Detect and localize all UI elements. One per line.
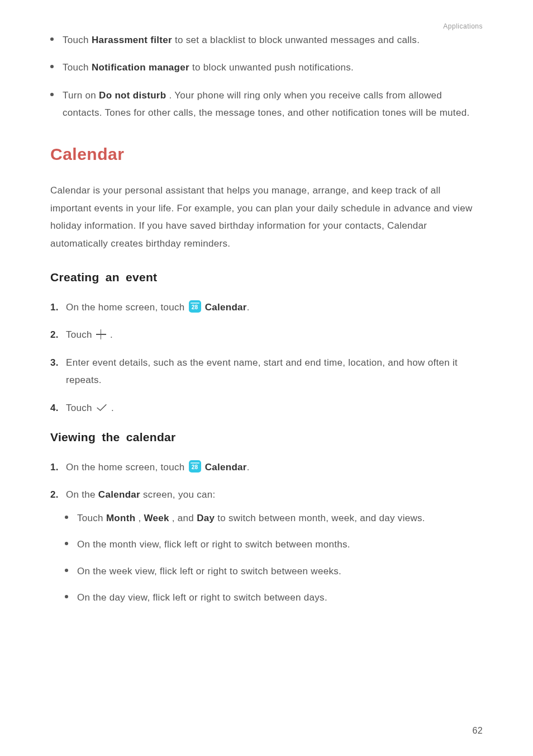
text: Touch xyxy=(63,62,92,73)
step-item: 2. On the Calendar screen, you can: Touc… xyxy=(50,486,483,606)
text: Touch xyxy=(63,35,92,45)
list-item: On the day view, flick left or right to … xyxy=(65,589,483,606)
step-item: 4. Touch . xyxy=(50,399,483,417)
list-item: Touch Harassment filter to set a blackli… xyxy=(50,31,483,49)
check-icon xyxy=(96,403,107,412)
step-number: 3. xyxy=(50,354,59,371)
text: On the day view, flick left or right to … xyxy=(77,592,327,603)
text: to switch between month, week, and day v… xyxy=(217,513,425,523)
header-section-label: Applications xyxy=(443,20,483,32)
calendar-icon xyxy=(189,460,201,472)
step-number: 4. xyxy=(50,399,59,417)
viewing-sub-list: Touch Month , Week , and Day to switch b… xyxy=(65,509,483,607)
bold-text: Week xyxy=(144,513,169,523)
text: On the xyxy=(66,489,98,500)
list-item: Touch Month , Week , and Day to switch b… xyxy=(65,509,483,527)
subsection-title-viewing: Viewing the calendar xyxy=(50,427,483,448)
step-item: 1. On the home screen, touch Calendar. xyxy=(50,459,483,476)
list-item: On the month view, flick left or right t… xyxy=(65,536,483,553)
text: , and xyxy=(172,513,197,523)
period: . xyxy=(110,329,113,340)
text: screen, you can: xyxy=(143,489,216,500)
page-number: 62 xyxy=(473,722,483,739)
step-number: 2. xyxy=(50,326,59,343)
bold-text: Notification manager xyxy=(92,62,189,73)
text: to block unwanted push notifications. xyxy=(192,62,354,73)
text: Touch xyxy=(66,403,95,413)
viewing-steps-list: 1. On the home screen, touch Calendar. 2… xyxy=(50,459,483,607)
text: Turn on xyxy=(63,90,99,101)
bold-text: Calendar xyxy=(98,489,140,500)
bold-text: Do not disturb xyxy=(99,90,166,101)
top-instructions-list: Touch Harassment filter to set a blackli… xyxy=(50,31,483,122)
creating-steps-list: 1. On the home screen, touch Calendar. 2… xyxy=(50,299,483,417)
period: . xyxy=(111,403,114,413)
text: Touch xyxy=(77,513,106,523)
step-item: 3. Enter event details, such as the even… xyxy=(50,354,483,389)
section-title-calendar: Calendar xyxy=(50,139,483,170)
calendar-icon xyxy=(189,300,201,313)
text: to set a blacklist to block unwanted mes… xyxy=(175,35,420,45)
step-item: 1. On the home screen, touch Calendar. xyxy=(50,299,483,316)
list-item: On the week view, flick left or right to… xyxy=(65,563,483,580)
text: Touch xyxy=(66,329,95,340)
step-number: 2. xyxy=(50,486,59,503)
section-intro: Calendar is your personal assistant that… xyxy=(50,182,483,252)
plus-icon xyxy=(96,329,106,339)
step-item: 2. Touch . xyxy=(50,326,483,343)
period: . xyxy=(247,302,250,313)
text: , xyxy=(138,513,144,523)
subsection-title-creating: Creating an event xyxy=(50,267,483,289)
text: On the month view, flick left or right t… xyxy=(77,539,350,550)
bold-text: Calendar xyxy=(205,462,247,472)
list-item: Touch Notification manager to block unwa… xyxy=(50,59,483,76)
bold-text: Month xyxy=(106,513,135,523)
bold-text: Day xyxy=(197,513,215,523)
bold-text: Calendar xyxy=(205,302,247,313)
text: On the week view, flick left or right to… xyxy=(77,566,341,577)
text: On the home screen, touch xyxy=(66,462,188,472)
bold-text: Harassment filter xyxy=(92,35,172,45)
step-number: 1. xyxy=(50,299,59,316)
text: Enter event details, such as the event n… xyxy=(66,357,458,385)
step-number: 1. xyxy=(50,459,59,476)
period: . xyxy=(247,462,250,472)
list-item: Turn on Do not disturb . Your phone will… xyxy=(50,87,483,122)
text: On the home screen, touch xyxy=(66,302,188,313)
